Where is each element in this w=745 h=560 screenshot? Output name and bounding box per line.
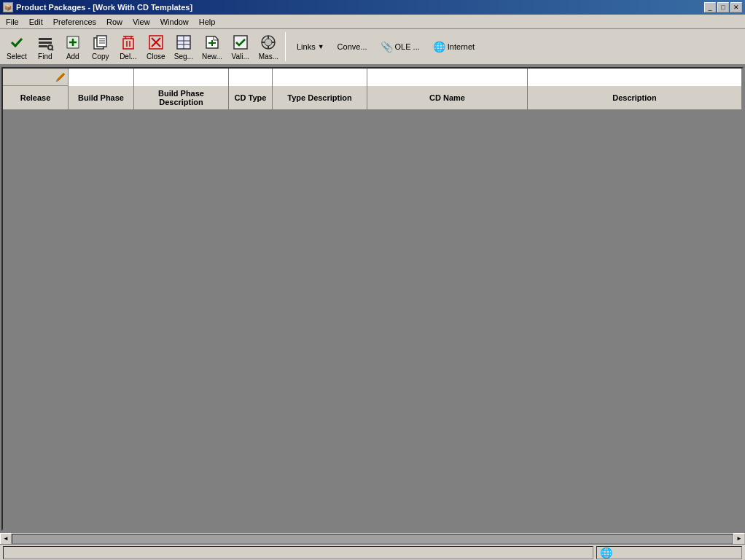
add-label: Add	[66, 52, 79, 61]
table-header: Release Build Phase Build Phase Descript…	[3, 86, 742, 111]
table-body	[3, 111, 742, 529]
menu-window[interactable]: Window	[156, 16, 193, 28]
ole-icon: 📎	[381, 41, 393, 52]
close-label: Close	[147, 52, 165, 61]
menu-preferences[interactable]: Preferences	[49, 16, 101, 28]
scroll-left-icon: ◄	[3, 535, 9, 542]
internet-icon: 🌐	[433, 41, 445, 52]
delete-label: Del...	[120, 52, 136, 61]
ole-label: OLE ...	[395, 42, 420, 51]
close-window-button[interactable]: ✕	[730, 2, 742, 12]
col-header-type-desc: Type Description	[273, 86, 367, 109]
horizontal-scrollbar[interactable]: ◄ ►	[0, 532, 745, 544]
col-header-release: Release	[3, 86, 69, 109]
svg-rect-1	[39, 42, 52, 44]
menu-edit[interactable]: Edit	[25, 16, 47, 28]
filter-build-phase-desc[interactable]	[134, 69, 229, 86]
close-icon	[147, 34, 165, 51]
new-label: New...	[202, 52, 222, 61]
menu-view[interactable]: View	[128, 16, 155, 28]
pencil-icon	[55, 71, 66, 83]
new-icon	[203, 34, 221, 51]
find-icon	[36, 34, 54, 51]
svg-rect-13	[123, 39, 133, 49]
segment-label: Seg...	[174, 52, 193, 61]
scroll-left-button[interactable]: ◄	[0, 533, 12, 545]
menu-bar: File Edit Preferences Row View Window He…	[0, 15, 745, 29]
status-bar: 🌐	[0, 544, 745, 560]
select-icon	[8, 34, 26, 51]
window-controls: _ □ ✕	[704, 2, 742, 12]
app-icon: 📦	[3, 2, 13, 12]
col-header-description: Description	[528, 86, 742, 109]
master-icon	[260, 34, 277, 51]
ole-button[interactable]: 📎 OLE ...	[375, 39, 425, 55]
scroll-right-icon: ►	[736, 535, 742, 542]
links-button[interactable]: Links ▼	[292, 40, 329, 53]
filter-type-desc[interactable]	[273, 69, 367, 86]
svg-rect-29	[234, 36, 247, 49]
validate-icon	[232, 34, 249, 51]
restore-button[interactable]: □	[717, 2, 729, 12]
copy-icon	[92, 34, 109, 51]
validate-label: Vali...	[232, 52, 249, 61]
toolbar: Select Find Add	[0, 29, 745, 66]
segment-button[interactable]: Seg...	[171, 31, 197, 63]
add-icon	[64, 34, 82, 51]
col-header-build-phase: Build Phase	[69, 86, 134, 109]
toolbar-separator	[285, 32, 286, 61]
title-text: Product Packages - [Work With CD Templat…	[16, 3, 192, 12]
main-content: Release Build Phase Build Phase Descript…	[0, 66, 745, 532]
menu-row[interactable]: Row	[102, 16, 127, 28]
master-button[interactable]: Mas...	[255, 31, 282, 63]
status-pane-right: 🌐	[596, 546, 742, 559]
col-header-cd-type: CD Type	[229, 86, 273, 109]
col-header-build-phase-desc: Build Phase Description	[134, 86, 229, 109]
menu-help[interactable]: Help	[195, 16, 220, 28]
menu-file[interactable]: File	[1, 16, 23, 28]
convert-button[interactable]: Conve...	[332, 40, 372, 53]
validate-button[interactable]: Vali...	[227, 31, 254, 63]
find-button[interactable]: Find	[32, 31, 58, 63]
col-header-cd-name: CD Name	[367, 86, 528, 109]
find-label: Find	[38, 52, 52, 61]
svg-point-31	[265, 39, 272, 46]
links-dropdown-icon: ▼	[318, 43, 324, 50]
internet-button[interactable]: 🌐 Internet	[428, 39, 480, 55]
filter-cd-name[interactable]	[367, 69, 528, 86]
status-pane-left	[3, 546, 593, 559]
delete-button[interactable]: Del...	[115, 31, 141, 63]
filter-cd-type[interactable]	[229, 69, 273, 86]
convert-label: Conve...	[338, 42, 367, 51]
filter-row	[3, 69, 742, 86]
svg-rect-2	[39, 45, 47, 47]
select-button[interactable]: Select	[3, 31, 31, 63]
copy-button[interactable]: Copy	[87, 31, 114, 63]
filter-description[interactable]	[528, 69, 742, 86]
scrollbar-track[interactable]	[12, 534, 733, 544]
master-label: Mas...	[259, 52, 278, 61]
close-button[interactable]: Close	[143, 31, 169, 63]
copy-label: Copy	[92, 52, 109, 61]
segment-icon	[175, 34, 192, 51]
minimize-button[interactable]: _	[704, 2, 716, 12]
filter-pencil-cell	[3, 69, 69, 85]
status-globe-icon: 🌐	[600, 547, 612, 559]
scroll-right-button[interactable]: ►	[733, 533, 745, 545]
select-label: Select	[7, 52, 27, 61]
svg-line-4	[52, 49, 53, 50]
svg-rect-0	[39, 38, 52, 40]
delete-icon	[120, 34, 137, 51]
title-bar: 📦 Product Packages - [Work With CD Templ…	[0, 0, 745, 15]
filter-build-phase[interactable]	[69, 69, 134, 86]
internet-label: Internet	[448, 42, 475, 51]
add-button[interactable]: Add	[60, 31, 86, 63]
links-label: Links	[297, 42, 316, 51]
new-button[interactable]: New...	[198, 31, 226, 63]
